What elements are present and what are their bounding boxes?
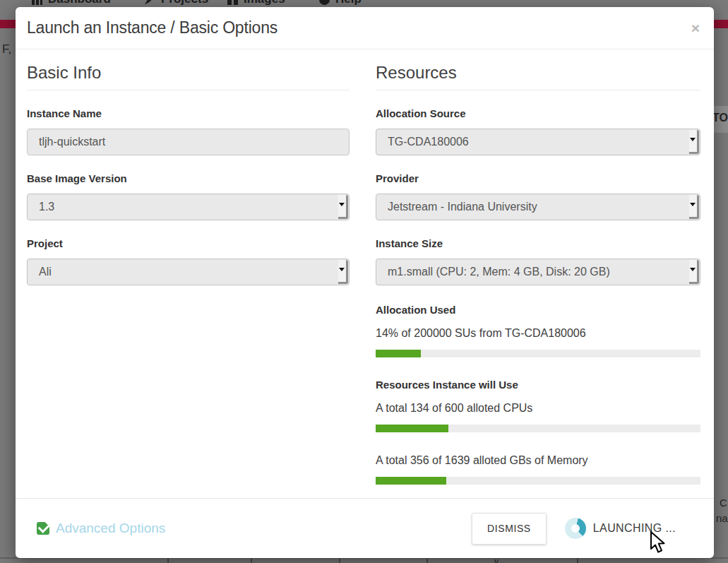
- provider-select[interactable]: Jetstream - Indiana University: [376, 194, 700, 220]
- bar-chart-icon: [32, 0, 42, 5]
- resources-will-use-label: Resources Instance will Use: [376, 379, 700, 391]
- nav-label: Projects: [161, 0, 208, 6]
- project-group: Project Ali: [27, 237, 350, 285]
- chevron-down-icon: [338, 260, 348, 284]
- cpu-usage-progressbar: [376, 425, 700, 432]
- basic-info-heading: Basic Info: [27, 62, 350, 90]
- modal-title: Launch an Instance / Basic Options: [27, 18, 278, 37]
- instance-size-label: Instance Size: [376, 237, 700, 250]
- background-table-line: [251, 558, 252, 563]
- nav-label: Images: [244, 0, 285, 6]
- selected-value: TG-CDA180006: [388, 136, 469, 148]
- advanced-options-link[interactable]: Advanced Options: [37, 521, 165, 536]
- allocation-used-section: Allocation Used 14% of 200000 SUs from T…: [376, 304, 700, 357]
- basic-info-column: Basic Info Instance Name Base Image Vers…: [27, 49, 350, 498]
- memory-usage-text: A total 356 of 1639 alloted GBs of Memor…: [376, 454, 700, 467]
- instance-name-label: Instance Name: [27, 107, 350, 120]
- launch-instance-modal: Launch an Instance / Basic Options × Bas…: [16, 7, 714, 558]
- resources-column: Resources Allocation Source TG-CDA180006…: [376, 49, 700, 498]
- selected-value: m1.small (CPU: 2, Mem: 4 GB, Disk: 20 GB…: [388, 266, 610, 278]
- nav-label: Help: [335, 0, 362, 6]
- allocation-used-label: Allocation Used: [376, 304, 700, 316]
- allocation-source-select[interactable]: TG-CDA180006: [376, 129, 700, 155]
- allocation-source-label: Allocation Source: [376, 107, 700, 120]
- background-table-line: [577, 558, 578, 563]
- provider-label: Provider: [376, 172, 700, 185]
- resources-will-use-section: Resources Instance will Use A total 134 …: [376, 379, 700, 485]
- memory-usage-progressbar: [376, 477, 700, 485]
- background-table-line: [339, 558, 340, 563]
- chevron-down-icon: [689, 195, 699, 219]
- pencil-icon: [145, 0, 155, 5]
- chevron-down-icon: [338, 195, 348, 219]
- base-image-version-group: Base Image Version 1.3: [27, 172, 350, 220]
- base-image-version-label: Base Image Version: [27, 172, 350, 185]
- modal-body: Basic Info Instance Name Base Image Vers…: [16, 49, 714, 498]
- nav-item-dashboard: Dashboard: [32, 0, 111, 6]
- background-text-fragment: TO: [712, 112, 728, 124]
- allocation-used-text: 14% of 200000 SUs from TG-CDA180006: [376, 326, 700, 340]
- project-select[interactable]: Ali: [27, 259, 350, 285]
- nav-item-help: Help: [319, 0, 362, 6]
- instance-name-group: Instance Name: [27, 107, 350, 155]
- loading-spinner-icon: [565, 518, 586, 539]
- columns-icon: [227, 0, 238, 5]
- chevron-down-icon: [689, 260, 699, 284]
- allocation-used-progressbar: [376, 350, 700, 357]
- progress-fill: [376, 477, 446, 485]
- instance-size-group: Instance Size m1.small (CPU: 2, Mem: 4 G…: [376, 237, 700, 285]
- background-text-fragment: F,: [2, 42, 11, 57]
- progress-fill: [376, 425, 448, 432]
- project-label: Project: [27, 237, 350, 250]
- nav-label: Dashboard: [48, 0, 111, 6]
- cpu-usage-text: A total 134 of 600 alloted CPUs: [376, 401, 700, 415]
- background-table-line: [426, 558, 428, 563]
- nav-item-images: Images: [227, 0, 285, 6]
- advanced-options-label: Advanced Options: [56, 521, 165, 536]
- resources-heading: Resources: [376, 62, 700, 90]
- check-square-icon: [37, 522, 49, 535]
- base-image-version-select[interactable]: 1.3: [27, 194, 350, 220]
- dismiss-button[interactable]: DISMISS: [472, 513, 547, 545]
- background-table-line: [167, 558, 169, 563]
- background-navbar: Dashboard Projects Images Help: [0, 0, 728, 6]
- mouse-cursor: [648, 531, 669, 555]
- modal-footer: Advanced Options DISMISS LAUNCHING ...: [16, 498, 714, 558]
- nav-item-projects: Projects: [145, 0, 208, 6]
- modal-header: Launch an Instance / Basic Options ×: [16, 7, 714, 49]
- selected-value: 1.3: [39, 201, 54, 213]
- background-text-fragment: na: [716, 512, 728, 524]
- provider-group: Provider Jetstream - Indiana University: [376, 172, 700, 220]
- instance-name-input[interactable]: [27, 129, 350, 155]
- selected-value: Jetstream - Indiana University: [388, 201, 537, 213]
- allocation-source-group: Allocation Source TG-CDA180006: [376, 107, 700, 155]
- close-icon[interactable]: ×: [691, 20, 700, 35]
- chevron-down-icon: [689, 130, 699, 154]
- question-circle-icon: [319, 0, 330, 5]
- instance-size-select[interactable]: m1.small (CPU: 2, Mem: 4 GB, Disk: 20 GB…: [376, 259, 700, 285]
- selected-value: Ali: [39, 266, 52, 278]
- background-text-fragment: C: [720, 497, 727, 509]
- progress-fill: [376, 350, 421, 357]
